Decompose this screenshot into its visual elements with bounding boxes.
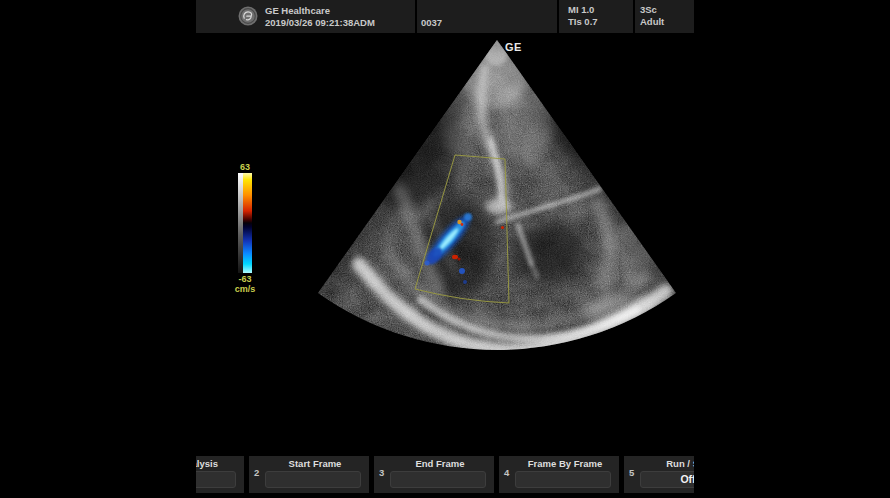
softkey-value-button[interactable]	[196, 471, 236, 488]
softkey-value-button[interactable]	[265, 471, 361, 488]
colorbar-scale	[238, 173, 252, 273]
softkey-label: Start Frame	[263, 458, 367, 469]
softkey-value-button[interactable]	[390, 471, 486, 488]
softkey-number: 5	[629, 467, 634, 478]
doppler-colorbar: 63 -63 cm/s	[232, 162, 258, 294]
colorbar-max-label: 63	[232, 162, 258, 172]
softkey-frame-by-frame[interactable]: 4 Frame By Frame	[499, 456, 619, 493]
ge-watermark: GE	[505, 41, 522, 53]
softkey-label: Frame By Frame	[513, 458, 617, 469]
ultrasound-image	[196, 0, 694, 498]
softkey-label: End Frame	[388, 458, 492, 469]
display-area: GE Healthcare 2019/03/26 09:21:38ADM 003…	[196, 0, 694, 498]
softkey-label: Run / Stop	[638, 458, 694, 469]
softkey-value-button[interactable]	[515, 471, 611, 488]
softkey-number: 4	[504, 467, 509, 478]
reverse-flow-spot	[452, 255, 458, 259]
softkey-run-stop[interactable]: 5 Run / Stop Off	[624, 456, 694, 493]
softkey-value-button[interactable]: Off	[640, 471, 694, 488]
velocity-color-strip	[243, 173, 252, 273]
softkey-number: 3	[379, 467, 384, 478]
softkey-bar: Analysis 2 Start Frame 3 End Frame 4 Fra…	[196, 456, 694, 493]
softkey-label: Analysis	[196, 458, 218, 469]
softkey-analysis[interactable]: Analysis	[196, 456, 244, 493]
softkey-number: 2	[254, 467, 259, 478]
colorbar-min-label: -63	[232, 274, 258, 284]
sector-fan	[196, 30, 694, 360]
softkey-start-frame[interactable]: 2 Start Frame	[249, 456, 369, 493]
colorbar-unit: cm/s	[232, 284, 258, 294]
ultrasound-system-screen: GE Healthcare 2019/03/26 09:21:38ADM 003…	[0, 0, 890, 498]
softkey-end-frame[interactable]: 3 End Frame	[374, 456, 494, 493]
